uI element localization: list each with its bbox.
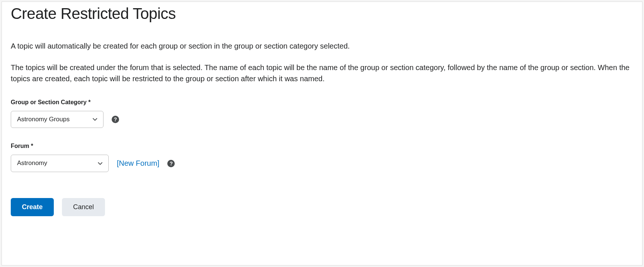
description-2: The topics will be created under the for…: [11, 62, 633, 84]
group-category-select[interactable]: Astronomy Groups: [11, 111, 104, 128]
help-icon[interactable]: ?: [167, 160, 175, 167]
group-category-label: Group or Section Category *: [11, 99, 633, 106]
forum-label: Forum *: [11, 143, 633, 149]
group-category-field: Group or Section Category * Astronomy Gr…: [11, 99, 633, 128]
new-forum-link[interactable]: [New Forum]: [117, 159, 159, 168]
create-restricted-topics-panel: Create Restricted Topics A topic will au…: [1, 1, 643, 266]
cancel-button[interactable]: Cancel: [62, 198, 105, 216]
description-1: A topic will automatically be created fo…: [11, 40, 633, 52]
create-button[interactable]: Create: [11, 198, 54, 216]
forum-select-wrap: Astronomy: [11, 155, 109, 172]
forum-field: Forum * Astronomy [New Forum] ?: [11, 143, 633, 172]
forum-select[interactable]: Astronomy: [11, 155, 109, 172]
page-title: Create Restricted Topics: [11, 5, 633, 23]
button-row: Create Cancel: [11, 198, 633, 216]
help-icon[interactable]: ?: [112, 116, 119, 123]
group-category-select-wrap: Astronomy Groups: [11, 111, 104, 128]
